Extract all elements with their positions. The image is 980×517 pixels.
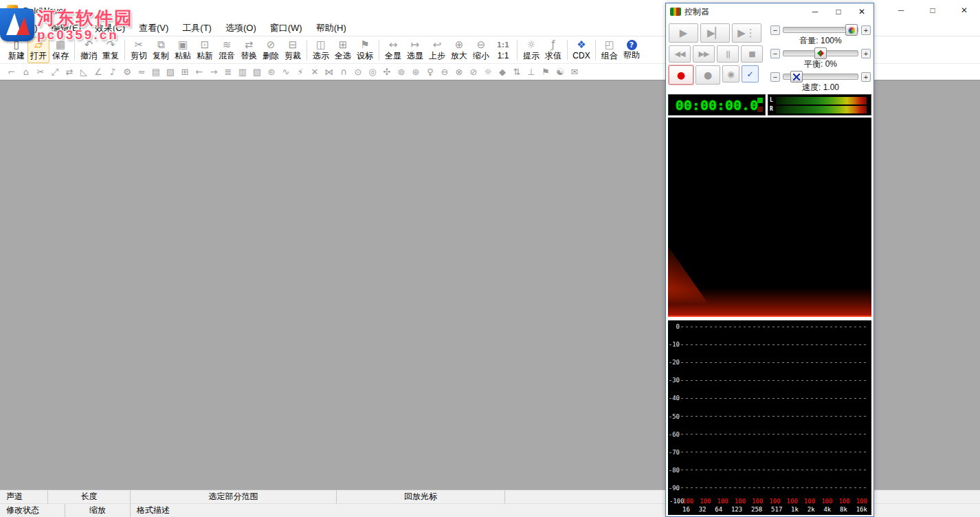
effect-tool-icon[interactable]: ✉ [570,67,579,77]
transport-button[interactable]: ▶▶ [693,45,715,63]
slider-minus-button[interactable]: − [770,72,780,82]
toolbar-button[interactable]: ⊘ 删除 [260,37,282,63]
effect-tool-icon[interactable]: ✂ [36,67,45,77]
effect-tool-icon[interactable]: ⚡ [296,67,305,77]
toolbar-button[interactable]: ▱ 打开 [27,37,49,63]
toolbar-button[interactable]: ⊖ 缩小 [470,37,492,63]
effect-tool-icon[interactable]: ⌂ [21,67,31,77]
toolbar-button[interactable]: ▦ 保存 [49,37,71,63]
effect-tool-icon[interactable]: ≣ [223,67,233,77]
slider-plus-button[interactable]: + [861,72,871,82]
transport-button[interactable]: ◀◀ [669,45,691,63]
menu-item[interactable]: 效果(C) [88,21,132,36]
toolbar-button[interactable]: ↦ 选显 [404,37,426,63]
transport-button[interactable]: || [717,45,739,63]
toolbar-button[interactable]: ⚑ 设标 [354,37,376,63]
slider-minus-button[interactable]: − [770,49,780,58]
controller-maximize-button[interactable]: □ [827,3,850,20]
effect-tool-icon[interactable]: ⊙ [353,67,363,77]
slider-track[interactable] [783,27,858,33]
toolbar-button[interactable]: ≋ 混音 [216,37,238,63]
menu-item[interactable]: 窗口(W) [263,21,309,36]
slider-handle[interactable] [790,71,803,82]
effect-tool-icon[interactable]: ✣ [382,67,392,77]
effect-tool-icon[interactable]: ◺ [79,67,89,77]
effect-tool-icon[interactable]: ∠ [93,67,103,77]
toolbar-button[interactable]: ▣ 粘贴 [172,37,194,63]
menu-item[interactable]: 工具(T) [175,21,219,36]
record-button[interactable]: ● [669,65,693,85]
record-button[interactable]: ● [695,65,720,85]
toolbar-button[interactable]: 1:1 1:1 [492,37,514,63]
effect-tool-icon[interactable]: ≈ [137,67,146,77]
toolbar-button[interactable]: ⇄ 替换 [238,37,260,63]
minimize-button[interactable]: ─ [885,0,917,21]
record-button[interactable]: ✓ [742,65,759,82]
effect-tool-icon[interactable]: ⤢ [50,67,60,78]
effect-tool-icon[interactable]: ▧ [252,67,262,77]
toolbar-button[interactable]: ⊕ 放大 [448,37,470,63]
toolbar-button[interactable]: ☼ 提示 [520,37,542,63]
close-button[interactable]: ✕ [948,0,980,21]
toolbar-button[interactable]: ⊞ 全选 [332,37,354,63]
effect-tool-icon[interactable]: ⊘ [469,67,478,77]
effect-tool-icon[interactable]: ▤ [151,67,161,77]
effect-tool-icon[interactable]: ⌐ [7,67,16,77]
effect-tool-icon[interactable]: ♀ [425,67,435,77]
menu-item[interactable]: 编辑(E) [45,21,88,36]
slider-handle[interactable] [845,24,858,36]
record-button[interactable]: ◉ [722,65,739,82]
effect-tool-icon[interactable]: ⊜ [267,67,276,77]
effect-tool-icon[interactable]: ⋈ [324,67,334,77]
transport-button[interactable]: ■ [741,45,763,63]
effect-tool-icon[interactable]: ⊗ [454,67,464,77]
slider-plus-button[interactable]: + [861,49,871,58]
effect-tool-icon[interactable]: ← [194,67,204,77]
menu-item[interactable]: 帮助(H) [309,21,353,36]
effect-tool-icon[interactable]: ⇅ [512,67,522,77]
toolbar-button[interactable]: ⊟ 剪裁 [282,37,304,63]
slider-track[interactable] [783,50,858,56]
effect-tool-icon[interactable]: ◎ [368,67,377,77]
play-button[interactable]: ▶ [669,23,698,43]
effect-tool-icon[interactable]: ▥ [238,67,247,77]
controller-minimize-button[interactable]: ─ [803,3,827,20]
effect-tool-icon[interactable]: ✕ [310,67,320,77]
toolbar-button[interactable]: ↔ 全显 [382,37,404,63]
effect-tool-icon[interactable]: ⚑ [541,67,550,77]
toolbar-button[interactable]: ⧉ 复制 [150,37,172,63]
toolbar-button[interactable]: ❖ CDX [570,37,592,63]
effect-tool-icon[interactable]: ⊥ [526,67,536,77]
toolbar-button[interactable]: ▯ 新建 [5,37,27,63]
effect-tool-icon[interactable]: ⊚ [397,67,406,77]
toolbar-button[interactable]: ↩ 上步 [426,37,448,63]
menu-item[interactable]: 查看(V) [132,21,175,36]
effect-tool-icon[interactable]: ☯ [555,67,565,77]
maximize-button[interactable]: □ [917,0,948,21]
effect-tool-icon[interactable]: ▨ [166,67,175,77]
effect-tool-icon[interactable]: ∩ [339,67,348,77]
toolbar-button[interactable]: ⊡ 粘新 [194,37,216,63]
toolbar-button[interactable]: ✂ 剪切 [128,37,150,63]
effect-tool-icon[interactable]: ☼ [483,67,493,77]
menu-item[interactable]: 文件(F) [1,21,45,36]
toolbar-button[interactable]: ◰ 组合 [599,37,621,63]
toolbar-button[interactable]: ↷ 重复 [100,37,122,63]
play-button[interactable]: ▶▏ [700,23,730,43]
slider-handle[interactable] [814,47,827,59]
effect-tool-icon[interactable]: ⊞ [180,67,190,77]
slider-track[interactable] [783,74,858,80]
toolbar-button[interactable]: ƒ 求值 [542,37,564,63]
effect-tool-icon[interactable]: ⊛ [411,67,421,77]
effect-tool-icon[interactable]: → [209,67,219,77]
effect-tool-icon[interactable]: ⚙ [122,67,132,77]
toolbar-button[interactable]: ↶ 撤消 [78,37,100,63]
slider-plus-button[interactable]: + [861,25,871,35]
effect-tool-icon[interactable]: ◆ [498,67,507,77]
toolbar-button[interactable]: ◫ 选示 [310,37,332,63]
controller-close-button[interactable]: ✕ [850,3,873,20]
effect-tool-icon[interactable]: ⇄ [65,67,74,77]
slider-minus-button[interactable]: − [770,25,780,35]
play-button[interactable]: ▶⋮ [732,23,761,43]
effect-tool-icon[interactable]: ∿ [281,67,291,77]
